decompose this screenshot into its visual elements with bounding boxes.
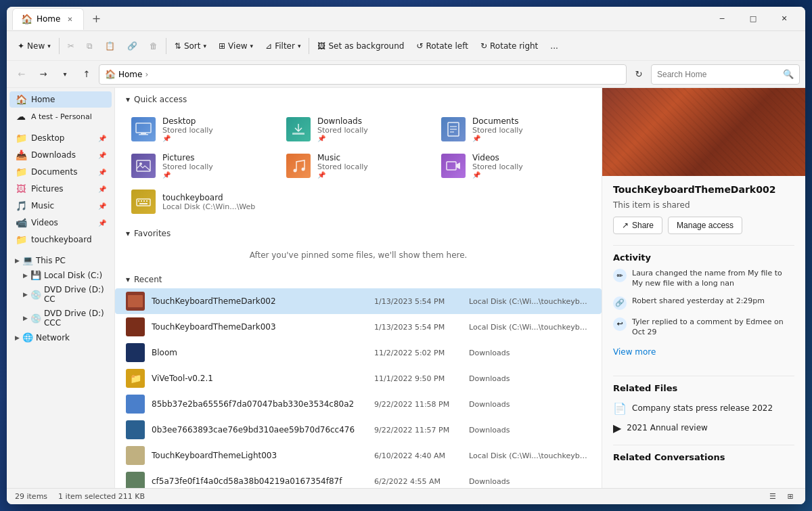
quick-access-header[interactable]: ▾ Quick access	[115, 88, 602, 108]
sidebar-item-a-test[interactable]: ☁ A test - Personal	[9, 108, 112, 125]
sort-button[interactable]: ⇅ Sort ▾	[169, 38, 212, 54]
videos-icon: 📹	[15, 217, 27, 228]
qa-item-desktop[interactable]: Desktop Stored locally 📌	[126, 111, 281, 148]
rotate-left-button[interactable]: ↺ Rotate left	[411, 38, 474, 54]
list-view-icon[interactable]: ☰	[766, 490, 780, 504]
qa-pictures-pin: 📌	[162, 171, 213, 179]
qa-documents-icon	[441, 117, 466, 141]
recent-item-5[interactable]: 0b3ee7663893cae76e9bd310aee59b70d76cc476…	[115, 417, 602, 443]
sidebar-item-touchkeyboard[interactable]: 📁 touchkeyboard	[9, 231, 112, 248]
search-box[interactable]: 🔍	[651, 64, 800, 85]
up-button[interactable]: ↑	[77, 65, 96, 84]
address-path[interactable]: 🏠 Home ›	[99, 64, 627, 85]
qa-downloads-pin: 📌	[317, 135, 368, 142]
maximize-button[interactable]: □	[738, 7, 769, 31]
set-bg-button[interactable]: 🖼 Set as background	[312, 38, 409, 54]
recent-item-4[interactable]: 85bb37e2ba65556f7da07047bab330e3534c80a2…	[115, 391, 602, 417]
music-pin-icon: 📌	[98, 202, 106, 210]
tab-close-button[interactable]: ✕	[64, 14, 75, 24]
new-button[interactable]: ✦ New ▾	[12, 38, 56, 54]
qa-item-videos[interactable]: Videos Stored locally 📌	[436, 148, 591, 184]
minimize-button[interactable]: −	[706, 7, 738, 31]
sidebar-item-music[interactable]: 🎵 Music 📌	[9, 198, 112, 214]
sidebar-item-pictures[interactable]: 🖼 Pictures 📌	[9, 181, 112, 197]
activity-item-2: ↩ Tyler replied to a comment by Edmee on…	[613, 317, 794, 338]
sidebar-item-home[interactable]: 🏠 Home	[9, 91, 112, 108]
recent-item-3[interactable]: 📁 ViVeTool-v0.2.1 11/1/2022 9:50 PM Down…	[115, 365, 602, 391]
sidebar-item-this-pc[interactable]: ▶ 💻 This PC	[9, 253, 112, 267]
qa-videos-icon	[441, 154, 466, 178]
tab-home[interactable]: 🏠 Home ✕	[12, 8, 84, 30]
qa-item-documents[interactable]: Documents Stored locally 📌	[436, 111, 591, 148]
sidebar-item-desktop[interactable]: 📁 Desktop 📌	[9, 130, 112, 146]
this-pc-chevron-icon: ▶	[15, 257, 20, 264]
new-tab-button[interactable]: +	[87, 9, 106, 28]
svg-rect-14	[138, 200, 139, 202]
videos-pin-icon: 📌	[98, 219, 106, 227]
sidebar-item-downloads[interactable]: 📥 Downloads 📌	[9, 147, 112, 163]
favorites-header[interactable]: ▾ Favorites	[115, 222, 602, 242]
svg-rect-12	[447, 162, 456, 170]
share-button[interactable]: ↗ Share	[613, 217, 662, 234]
manage-access-button[interactable]: Manage access	[668, 217, 742, 234]
set-bg-icon: 🖼	[317, 41, 325, 51]
svg-rect-18	[139, 203, 148, 204]
recent-loc-6: Local Disk (C:\Wi...\touchkeyboard	[469, 451, 591, 460]
recent-item-0[interactable]: TouchKeyboardThemeDark002 1/13/2023 5:54…	[115, 288, 602, 314]
divider-1	[613, 245, 794, 246]
view-chevron-icon: ▾	[250, 43, 254, 49]
related-file-1[interactable]: ▶️ 2021 Annual review	[613, 418, 794, 438]
sidebar-item-documents[interactable]: 📁 Documents 📌	[9, 164, 112, 180]
tab-home-icon: 🏠	[21, 14, 32, 24]
new-label: New	[27, 41, 45, 51]
right-panel: TouchKeyboardThemeDark002 This item is s…	[602, 88, 805, 488]
sidebar-videos-label: Videos	[31, 218, 58, 227]
qa-videos-sub: Stored locally	[472, 162, 523, 171]
path-home-icon: 🏠	[105, 69, 116, 79]
quick-access-label: Quick access	[134, 95, 187, 104]
forward-button[interactable]: →	[34, 65, 53, 84]
qa-item-touchkeyboard[interactable]: touchkeyboard Local Disk (C:\Win...\Web	[126, 184, 281, 219]
qa-item-music[interactable]: Music Stored locally 📌	[281, 148, 436, 184]
recent-header[interactable]: ▾ Recent	[115, 268, 602, 288]
window-controls: − □ ✕	[706, 7, 800, 31]
recent-item-7[interactable]: cf5a73fe0f1f4a0cd58a38b04219a0167354f87f…	[115, 468, 602, 488]
recent-item-1[interactable]: TouchKeyboardThemeDark003 1/13/2023 5:54…	[115, 314, 602, 340]
sort-icon: ⇅	[175, 41, 181, 51]
title-bar: 🏠 Home ✕ + − □ ✕	[7, 7, 805, 31]
filter-button[interactable]: ⊿ Filter ▾	[260, 38, 306, 54]
recent-locations-button[interactable]: ▾	[55, 65, 74, 84]
recent-item-6[interactable]: TouchKeyboardThemeLight003 6/10/2022 4:4…	[115, 443, 602, 468]
recent-name-0: TouchKeyboardThemeDark002	[152, 296, 367, 306]
related-files-title: Related Files	[613, 383, 794, 393]
view-button[interactable]: ⊞ View ▾	[213, 38, 258, 54]
search-input[interactable]	[657, 70, 780, 79]
grid-view-icon[interactable]: ⊞	[784, 490, 797, 504]
preview-image	[602, 88, 805, 176]
sidebar-item-dvd-ccc[interactable]: ▶ 💿 DVD Drive (D:) CCC	[9, 307, 112, 330]
status-bar: 29 items 1 item selected 211 KB ☰ ⊞	[7, 488, 805, 504]
recent-item-2[interactable]: Bloom 11/2/2022 5:02 PM Downloads	[115, 340, 602, 365]
activity-icon-1: 🔗	[613, 296, 627, 310]
qa-music-pin: 📌	[317, 171, 368, 179]
rotate-right-button[interactable]: ↻ Rotate right	[475, 38, 543, 54]
recent-label: Recent	[134, 275, 162, 284]
qa-item-downloads[interactable]: Downloads Stored locally 📌	[281, 111, 436, 148]
refresh-button[interactable]: ↻	[629, 65, 648, 84]
qa-touchkeyboard-info: touchkeyboard Local Disk (C:\Win...\Web	[162, 193, 255, 211]
view-more-link[interactable]: View more	[613, 345, 656, 359]
sidebar-desktop-label: Desktop	[31, 133, 65, 143]
sidebar-item-videos[interactable]: 📹 Videos 📌	[9, 215, 112, 231]
view-icon: ⊞	[219, 41, 225, 51]
sidebar-item-dvd-cc[interactable]: ▶ 💿 DVD Drive (D:) CC	[9, 283, 112, 306]
view-label: View	[228, 41, 247, 51]
qa-item-pictures[interactable]: Pictures Stored locally 📌	[126, 148, 281, 184]
sidebar-item-local-disk[interactable]: ▶ 💾 Local Disk (C:)	[9, 268, 112, 282]
more-button[interactable]: ...	[545, 38, 563, 54]
rotate-right-icon: ↻	[480, 41, 487, 51]
close-button[interactable]: ✕	[769, 7, 800, 31]
related-file-0[interactable]: 📄 Company stats press release 2022	[613, 399, 794, 418]
manage-access-label: Manage access	[677, 221, 734, 230]
sidebar-item-network[interactable]: ▶ 🌐 Network	[9, 330, 112, 345]
recent-name-1: TouchKeyboardThemeDark003	[152, 322, 367, 332]
